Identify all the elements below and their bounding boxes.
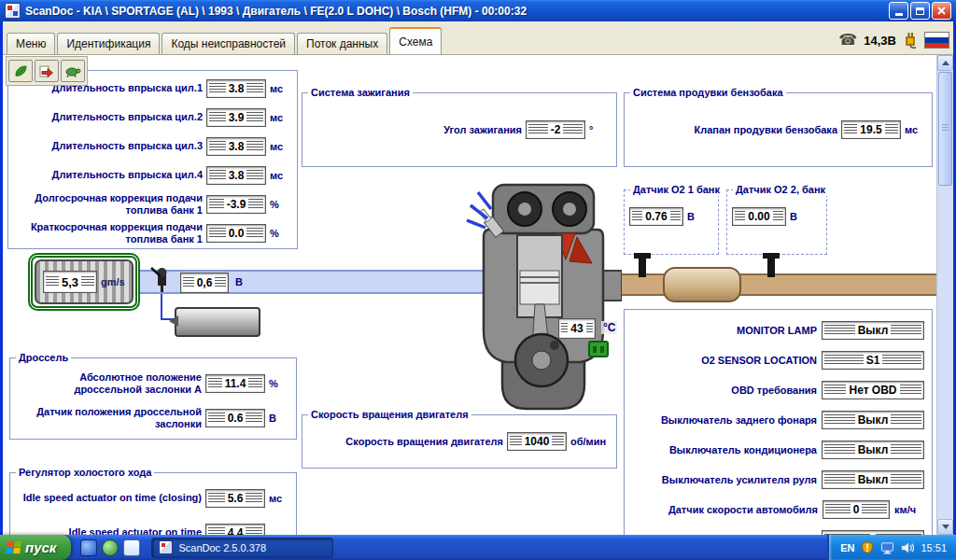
phone-icon: ☎ bbox=[838, 33, 857, 48]
scroll-down-button[interactable] bbox=[937, 519, 953, 535]
language-flag-russia[interactable] bbox=[924, 32, 949, 49]
param-label: Клапан продувки бензобака bbox=[629, 124, 837, 136]
value-display: 0.76 bbox=[629, 207, 683, 226]
param-row: Idle speed actuator on time (closing) 5.… bbox=[10, 481, 296, 515]
param-label: Выключатель кондиционера bbox=[632, 444, 817, 456]
arrow-up-icon bbox=[942, 61, 949, 65]
throttle-panel: Дроссель Абсолютное положение дроссельно… bbox=[9, 357, 297, 440]
clock[interactable]: 15:51 bbox=[921, 542, 947, 553]
tab-data-stream[interactable]: Поток данных bbox=[297, 33, 387, 54]
param-unit: В bbox=[687, 211, 710, 222]
idle-air-valve-graphic bbox=[175, 307, 260, 337]
idle-regulator-panel: Регулятор холостого хода Idle speed actu… bbox=[9, 472, 297, 535]
vertical-scrollbar[interactable] bbox=[936, 55, 953, 535]
tab-identification[interactable]: Идентификация bbox=[57, 33, 160, 54]
value-display: -2 bbox=[526, 120, 585, 139]
quick-launch-icon[interactable] bbox=[123, 539, 140, 556]
arrow-toolbar-button[interactable] bbox=[35, 60, 59, 82]
param-label: Долгосрочная коррекция подачи топлива ба… bbox=[13, 192, 203, 216]
maximize-button[interactable] bbox=[910, 2, 930, 20]
param-row: Выключатель кондиционера Выкл bbox=[625, 435, 932, 465]
ignition-panel: Система зажигания Угол зажигания -2 ° bbox=[302, 92, 617, 167]
value-display: 1040 bbox=[507, 432, 567, 451]
value-display: S1 bbox=[822, 351, 924, 370]
value-display: 3.9 bbox=[206, 108, 266, 127]
turtle-toolbar-button[interactable] bbox=[61, 60, 85, 82]
param-row: Абсолютное положение дроссельной заслонк… bbox=[10, 366, 296, 400]
param-unit: ° bbox=[589, 124, 612, 135]
param-row: MONITOR LAMP Выкл bbox=[625, 315, 932, 345]
turtle-icon bbox=[64, 64, 81, 77]
param-row: Длительность впрыска цил.4 3.8 мс bbox=[8, 161, 297, 189]
scrollbar-thumb[interactable] bbox=[938, 72, 952, 186]
value-display: 3.8 bbox=[206, 137, 266, 156]
param-unit: км/ч bbox=[894, 504, 924, 515]
minimize-button[interactable] bbox=[889, 2, 908, 20]
param-row: Угол зажигания -2 ° bbox=[302, 120, 616, 139]
quick-launch-icon[interactable] bbox=[102, 539, 119, 556]
param-row: Датчик положения дроссельной заслонки 0.… bbox=[10, 400, 296, 435]
leaf-icon bbox=[13, 64, 28, 78]
maf-unit: В bbox=[235, 276, 243, 287]
security-shield-icon[interactable] bbox=[861, 540, 874, 554]
scandoc-window: ScanDoc - KIA \ SPORTAGE (AL) \ 1993 \ Д… bbox=[0, 0, 956, 560]
param-row: OBD требования Нет OBD bbox=[625, 375, 932, 405]
coolant-sensor-connector-icon bbox=[588, 341, 609, 357]
injection-panel: Длительность впрыска цил.1 3.8 мс Длител… bbox=[7, 70, 298, 249]
panel-title: Дроссель bbox=[16, 351, 71, 364]
param-label: Выключатель заднего фонаря bbox=[632, 414, 817, 427]
panel-title: Система продувки бензобака bbox=[630, 86, 786, 99]
value-display: Выкл bbox=[822, 321, 924, 340]
param-label: Длительность впрыска цил.2 bbox=[13, 111, 203, 123]
quick-launch-icon[interactable] bbox=[80, 539, 97, 556]
start-button[interactable]: пуск bbox=[0, 535, 71, 560]
value-display: Выкл bbox=[822, 470, 924, 489]
scandoc-task-button[interactable]: ScanDoc 2.5.0.378 bbox=[151, 538, 333, 558]
param-row: Длительность впрыска цил.2 3.9 мс bbox=[8, 103, 297, 132]
o2-sensor-2-panel: Датчик O2 2, банк 0.00 В bbox=[726, 189, 827, 255]
start-label: пуск bbox=[25, 539, 56, 555]
scroll-up-button[interactable] bbox=[937, 55, 953, 71]
close-icon bbox=[937, 7, 946, 15]
schema-page: Длительность впрыска цил.1 3.8 мс Длител… bbox=[3, 54, 953, 535]
param-unit: мс bbox=[270, 141, 292, 152]
value-display: Нет OBD bbox=[822, 381, 924, 399]
param-row: 0.76 В bbox=[625, 207, 718, 226]
coolant-temp-unit: °C bbox=[601, 321, 617, 334]
value-display: 3.8 bbox=[206, 79, 266, 98]
value-display: Выкл bbox=[822, 411, 924, 429]
language-indicator[interactable]: EN bbox=[840, 542, 854, 553]
leaf-toolbar-button[interactable] bbox=[8, 60, 33, 82]
tab-schema[interactable]: Схема bbox=[389, 27, 442, 54]
tab-trouble-codes[interactable]: Коды неисправностей bbox=[162, 33, 295, 54]
param-row: Датчик скорости автомобиля 0 км/ч bbox=[625, 495, 932, 525]
param-unit: мс bbox=[270, 112, 292, 123]
close-button[interactable] bbox=[932, 2, 951, 20]
panel-title: Скорость вращения двигателя bbox=[308, 408, 471, 421]
tab-bar: Меню Идентификация Коды неисправностей П… bbox=[3, 21, 953, 54]
panel-title: Система зажигания bbox=[308, 86, 413, 99]
param-row: Запрос на уменьшение крутящего bbox=[625, 525, 932, 535]
value-display: -3.9 bbox=[206, 195, 266, 214]
windows-logo-icon bbox=[6, 541, 21, 553]
title-bar: ScanDoc - KIA \ SPORTAGE (AL) \ 1993 \ Д… bbox=[0, 0, 956, 21]
minimize-icon bbox=[895, 13, 903, 16]
airflow-unit: gm/s bbox=[101, 276, 125, 287]
value-display: 5.6 bbox=[205, 489, 265, 508]
volume-icon[interactable] bbox=[901, 541, 914, 554]
o2-sensor-probe bbox=[767, 257, 775, 277]
param-row: 0.00 В bbox=[727, 207, 826, 226]
param-row: Выключатель усилителя руля Выкл bbox=[625, 465, 932, 495]
display-icon[interactable] bbox=[880, 541, 894, 554]
param-unit: мс bbox=[905, 124, 927, 135]
panel-title: Регулятор холостого хода bbox=[16, 466, 154, 479]
system-tray: EN 15:51 bbox=[827, 535, 956, 560]
catalytic-converter-graphic bbox=[663, 267, 741, 302]
value-display: 19.5 bbox=[841, 120, 901, 139]
tab-menu[interactable]: Меню bbox=[7, 33, 55, 54]
arrow-down-icon bbox=[942, 525, 949, 529]
param-label: Датчик скорости автомобиля bbox=[632, 504, 818, 516]
param-row: Длительность впрыска цил.3 3.8 мс bbox=[8, 132, 297, 161]
value-display: 0.6 bbox=[205, 409, 265, 427]
param-label: Абсолютное положение дроссельной заслонк… bbox=[15, 371, 202, 395]
